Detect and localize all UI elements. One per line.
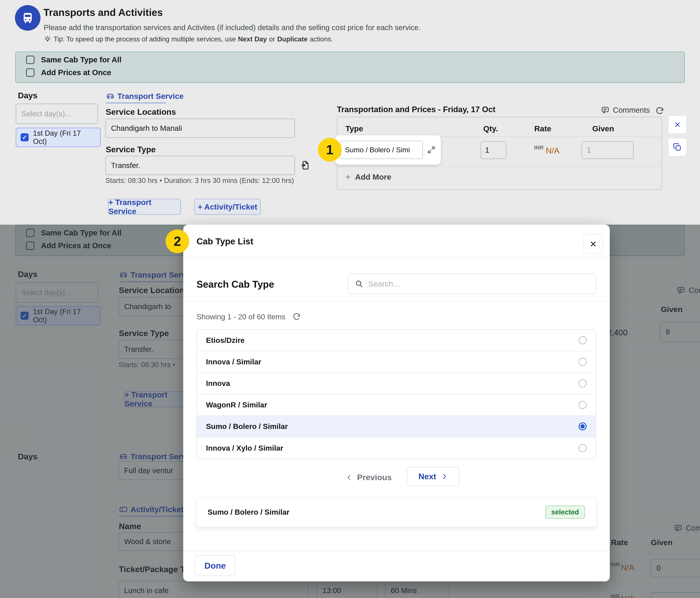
refresh-list-icon[interactable] [292,312,301,321]
radio-icon[interactable] [579,379,586,387]
done-button[interactable]: Done [195,555,235,576]
cab-type-list-modal: Cab Type List × Search Cab Type Search..… [183,225,610,581]
radio-icon[interactable] [579,444,586,452]
selected-cab-label: Sumo / Bolero / Similar [208,508,290,517]
step-1-number: 1 [326,142,333,157]
modal-close-button[interactable]: × [583,234,603,254]
cab-type-option[interactable]: Innova / Xylo / Similar [197,437,596,459]
cab-type-option-label: Sumo / Bolero / Similar [206,422,288,431]
cab-type-option-label: Innova / Similar [206,358,261,366]
step-2-badge: 2 [166,230,189,253]
radio-selected-icon[interactable] [579,422,586,430]
cab-type-option-label: Innova [206,379,230,388]
cab-type-option[interactable]: Etios/Dzire [197,330,596,351]
step-2-number: 2 [174,234,181,249]
showing-count-text: Showing 1 - 20 of 60 Items [197,313,285,321]
cab-type-option-label: Etios/Dzire [206,336,245,345]
cab-type-option[interactable]: Innova / Similar [197,351,596,373]
search-input[interactable]: Search... [348,273,597,294]
selected-status-badge: selected [545,505,585,519]
radio-icon[interactable] [579,336,586,344]
next-label: Next [418,472,436,481]
close-icon: × [590,238,597,249]
done-label: Done [204,560,226,571]
cab-type-list: Etios/Dzire Innova / Similar Innova Wago… [197,329,596,459]
cab-type-option-selected[interactable]: Sumo / Bolero / Similar [197,416,596,437]
selected-cab-card: Sumo / Bolero / Similar selected [197,497,596,527]
cab-type-option[interactable]: WagonR / Similar [197,394,596,416]
previous-button[interactable]: Previous [346,473,392,482]
step-1-badge: 1 [318,138,342,162]
search-placeholder: Search... [368,280,400,288]
search-cab-type-label: Search Cab Type [197,279,274,290]
modal-title: Cab Type List [197,236,253,246]
cab-type-option[interactable]: Innova [197,373,596,394]
radio-icon[interactable] [579,358,586,366]
radio-icon[interactable] [579,401,586,409]
chevron-right-icon [441,473,448,480]
chevron-left-icon [346,474,353,481]
next-button[interactable]: Next [407,467,459,486]
previous-label: Previous [357,473,392,482]
cab-type-option-label: WagonR / Similar [206,401,267,409]
cab-type-option-label: Innova / Xylo / Similar [206,444,283,452]
search-icon [355,280,364,288]
